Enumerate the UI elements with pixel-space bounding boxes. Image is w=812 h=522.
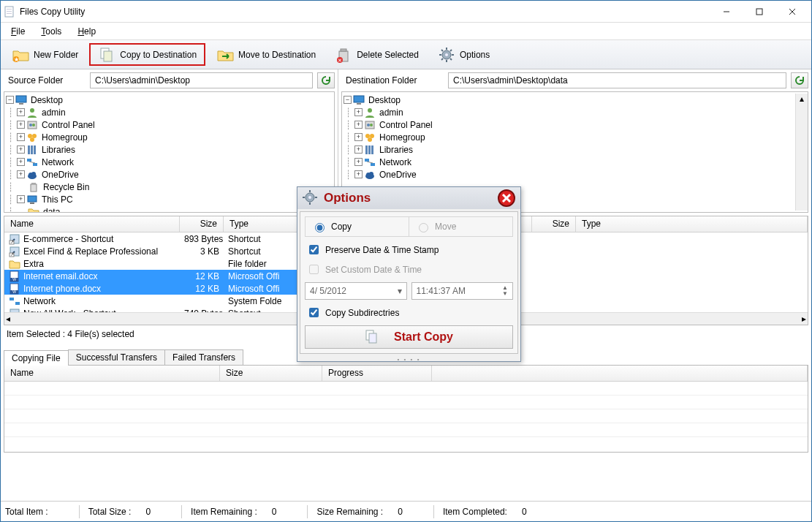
source-path-input[interactable] [90, 72, 313, 88]
maximize-button[interactable] [743, 1, 775, 22]
size-remaining-label: Size Remaining : [316, 507, 383, 517]
svg-point-55 [370, 134, 374, 138]
radio-move-input[interactable] [419, 223, 428, 232]
gear-icon [438, 46, 455, 64]
col-type[interactable]: Type [576, 216, 808, 232]
tree-item[interactable]: ┊+Network [342, 156, 795, 168]
tree-item[interactable]: ┊+Libraries [4, 143, 334, 156]
cpl-icon [26, 119, 38, 131]
toolbar-new-folder[interactable]: ★ New Folder [4, 43, 86, 66]
radio-copy[interactable]: Copy [306, 217, 409, 236]
tree-item[interactable]: ┊+OneDrive [4, 168, 334, 181]
toolbar-delete-label: Delete Selected [357, 50, 419, 60]
tree-item-label: This PC [42, 194, 73, 205]
toolbar-delete-selected[interactable]: ✕ Delete Selected [327, 43, 427, 66]
pg-col-progress[interactable]: Progress [322, 366, 432, 381]
col-size[interactable]: Size [532, 216, 576, 232]
file-row[interactable]: ↗E-commerce - Shortcut893 BytesShortcut [4, 232, 334, 245]
destination-refresh-button[interactable] [791, 72, 808, 88]
destination-tree-scrollbar[interactable]: ▴ [795, 94, 808, 211]
svg-point-56 [368, 137, 372, 142]
source-file-grid[interactable]: Name Size Type ↗E-commerce - Shortcut893… [4, 216, 335, 325]
tree-item[interactable]: ┊+This PC [4, 193, 334, 205]
toolbar-copy-to-destination[interactable]: Copy to Destination [89, 43, 205, 66]
file-row[interactable]: ↗Excel Find & Replace Professional3 KBSh… [4, 245, 334, 257]
expand-toggle[interactable]: + [17, 170, 25, 178]
menu-tools[interactable]: Tools [41, 26, 61, 37]
file-row[interactable]: WInternet email.docx12 KBMicrosoft Offi [4, 270, 334, 282]
close-button[interactable] [775, 1, 808, 22]
tree-item[interactable]: ┊+Network [4, 156, 334, 168]
col-name[interactable]: Name [4, 216, 180, 232]
tree-item[interactable]: ┊+admin [342, 106, 795, 118]
preserve-timestamp-checkbox[interactable]: Preserve Date & Time Stamp [305, 240, 513, 260]
expand-toggle[interactable]: + [17, 121, 25, 129]
file-row[interactable]: NetworkSystem Folde [4, 295, 334, 307]
menu-help[interactable]: Help [77, 26, 96, 37]
source-refresh-button[interactable] [317, 72, 335, 88]
tab-failed-transfers[interactable]: Failed Transfers [164, 349, 243, 365]
svg-rect-47 [30, 203, 34, 204]
svg-rect-60 [365, 159, 369, 162]
tree-item[interactable]: ┊Recycle Bin [4, 181, 334, 193]
menu-file[interactable]: File [11, 26, 25, 37]
radio-move[interactable]: Move [409, 217, 512, 236]
folder-icon [9, 258, 20, 270]
expand-toggle[interactable]: + [17, 108, 25, 116]
tree-item[interactable]: ┊data [4, 205, 334, 213]
toolbar-move-to-destination[interactable]: Move to Destination [208, 43, 324, 66]
dialog-close-button[interactable] [497, 189, 516, 208]
tree-item[interactable]: ┊+Libraries [342, 143, 795, 156]
destination-path-input[interactable] [448, 72, 786, 88]
expand-toggle[interactable]: − [6, 96, 14, 104]
toolbar-options[interactable]: Options [430, 43, 498, 66]
tree-item-label: Libraries [379, 145, 413, 155]
tree-item[interactable]: ┊+Control Panel [4, 118, 334, 131]
source-grid-hscroll[interactable]: ◂▸ [4, 312, 334, 325]
tab-copying-file[interactable]: Copying File [4, 350, 69, 366]
pg-col-name[interactable]: Name [4, 366, 220, 381]
file-row[interactable]: ↗New All Work - Shortcut740 BytesShortcu… [4, 307, 334, 312]
custom-datetime-checkbox[interactable]: Set Custom Date & Time [305, 260, 513, 279]
expand-toggle[interactable]: − [344, 96, 352, 104]
tree-item[interactable]: −Desktop [342, 94, 795, 106]
app-icon [4, 6, 15, 18]
minimize-button[interactable] [710, 1, 743, 22]
expand-toggle[interactable]: + [17, 195, 25, 203]
dialog-resize-grip[interactable]: • • • • [297, 356, 520, 361]
tree-item[interactable]: ┊+Homegroup [4, 131, 334, 143]
tree-item[interactable]: ┊+Homegroup [342, 131, 795, 143]
expand-toggle[interactable]: + [354, 158, 363, 166]
file-size: 12 KB [180, 271, 224, 281]
tree-item-label: OneDrive [379, 170, 417, 180]
user-icon [364, 107, 376, 118]
expand-toggle[interactable]: + [354, 121, 363, 129]
expand-toggle[interactable]: + [17, 158, 25, 166]
date-picker[interactable]: 4/ 5/2012▾ [305, 282, 407, 300]
tree-item[interactable]: ┊+Control Panel [342, 118, 795, 131]
svg-point-33 [32, 134, 37, 138]
expand-toggle[interactable]: + [354, 108, 363, 116]
cloud-icon [364, 169, 376, 181]
tree-item-label: Control Panel [379, 120, 433, 130]
expand-toggle[interactable]: + [354, 133, 363, 141]
expand-toggle[interactable]: + [354, 170, 363, 178]
pg-col-size[interactable]: Size [220, 366, 322, 381]
dialog-titlebar[interactable]: Options [297, 187, 520, 209]
tree-item[interactable]: ┊+OneDrive [342, 168, 795, 181]
time-picker[interactable]: 11:41:37 AM▲▼ [411, 282, 514, 300]
col-size[interactable]: Size [180, 216, 224, 232]
expand-toggle[interactable]: + [17, 133, 25, 141]
svg-text:↗: ↗ [10, 240, 14, 244]
tab-successful-transfers[interactable]: Successful Transfers [68, 349, 165, 365]
file-row[interactable]: ExtraFile folder [4, 257, 334, 270]
tree-item[interactable]: ┊+admin [4, 106, 334, 118]
expand-toggle[interactable]: + [354, 145, 363, 154]
start-copy-button[interactable]: Start Copy [305, 325, 513, 349]
tree-item[interactable]: −Desktop [4, 94, 334, 106]
copy-subdirectories-checkbox[interactable]: Copy Subdirectries [305, 303, 513, 322]
radio-copy-input[interactable] [315, 223, 325, 232]
file-row[interactable]: WInternet phone.docx12 KBMicrosoft Offi [4, 282, 334, 295]
source-tree[interactable]: −Desktop┊+admin┊+Control Panel┊+Homegrou… [4, 91, 335, 213]
expand-toggle[interactable]: + [17, 145, 25, 154]
